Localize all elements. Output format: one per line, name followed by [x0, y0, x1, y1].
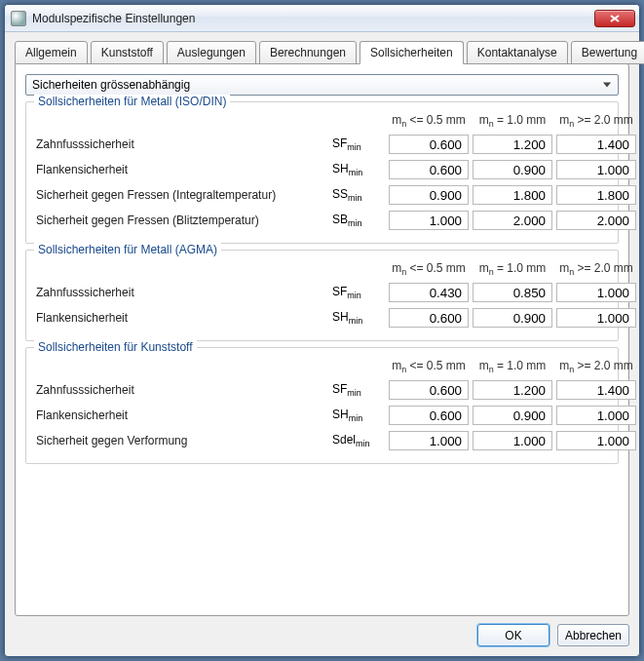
table-row: FlankensicherheitSHmin	[36, 403, 608, 428]
row-label: Flankensicherheit	[36, 163, 328, 176]
row-label: Sicherheit gegen Fressen (Integraltemper…	[36, 188, 328, 202]
value-input-c2[interactable]	[473, 160, 552, 179]
group-legend: Sollsicherheiten für Metall (AGMA)	[34, 243, 221, 256]
row-symbol: SHmin	[332, 162, 385, 177]
column-headers: mn <= 0.5 mmmn = 1.0 mmmn >= 2.0 mm	[36, 358, 608, 375]
cancel-button[interactable]: Abbrechen	[557, 624, 629, 646]
mode-dropdown[interactable]: Sicherheiten grössenabhängig	[25, 74, 619, 96]
groups-host: Sollsicherheiten für Metall (ISO/DIN)mn …	[25, 101, 619, 470]
value-input-c3[interactable]	[556, 211, 636, 230]
row-label: Zahnfusssicherheit	[36, 137, 328, 151]
tab-berechnungen[interactable]: Berechnungen	[259, 41, 357, 64]
col-header-1: mn <= 0.5 mm	[389, 261, 469, 277]
group-1: Sollsicherheiten für Metall (AGMA)mn <= …	[25, 250, 619, 341]
value-input-c3[interactable]	[556, 431, 636, 450]
app-icon	[11, 11, 26, 26]
table-row: Sicherheit gegen Fressen (Blitztemperatu…	[36, 208, 608, 233]
row-symbol: SHmin	[332, 408, 385, 423]
titlebar: Modulspezifische Einstellungen	[5, 5, 639, 32]
row-label: Sicherheit gegen Verformung	[36, 434, 328, 447]
value-input-c1[interactable]	[389, 431, 469, 450]
value-input-c3[interactable]	[556, 283, 636, 302]
value-input-c2[interactable]	[473, 211, 552, 230]
tab-kontaktanalyse[interactable]: Kontaktanalyse	[467, 41, 568, 64]
col-header-3: mn >= 2.0 mm	[556, 113, 636, 129]
col-header-3: mn >= 2.0 mm	[556, 359, 636, 374]
row-label: Zahnfusssicherheit	[36, 286, 328, 299]
value-input-c3[interactable]	[556, 308, 636, 328]
value-input-c3[interactable]	[556, 406, 636, 425]
close-icon	[610, 15, 620, 22]
close-button[interactable]	[594, 10, 635, 27]
value-input-c2[interactable]	[473, 185, 552, 205]
content-area: AllgemeinKunststoffAuslegungenBerechnung…	[5, 32, 639, 656]
row-symbol: SFmin	[332, 382, 385, 398]
col-header-1: mn <= 0.5 mm	[389, 359, 469, 374]
column-headers: mn <= 0.5 mmmn = 1.0 mmmn >= 2.0 mm	[36, 112, 608, 130]
window-title: Modulspezifische Einstellungen	[32, 12, 594, 25]
group-2: Sollsicherheiten für Kunststoffmn <= 0.5…	[25, 347, 619, 464]
table-row: ZahnfusssicherheitSFmin	[36, 132, 608, 157]
tab-panel: Sicherheiten grössenabhängig Sollsicherh…	[15, 63, 629, 616]
row-label: Zahnfusssicherheit	[36, 383, 328, 397]
value-input-c1[interactable]	[389, 135, 469, 154]
dialog-window: Modulspezifische Einstellungen Allgemein…	[4, 4, 640, 657]
row-symbol: SFmin	[332, 285, 385, 300]
row-label: Flankensicherheit	[36, 311, 328, 325]
tab-auslegungen[interactable]: Auslegungen	[167, 41, 256, 64]
col-header-1: mn <= 0.5 mm	[389, 113, 469, 129]
row-symbol: SFmin	[332, 136, 385, 152]
value-input-c2[interactable]	[473, 380, 552, 400]
table-row: FlankensicherheitSHmin	[36, 305, 608, 330]
cancel-label: Abbrechen	[565, 629, 622, 642]
table-row: ZahnfusssicherheitSFmin	[36, 377, 608, 403]
tab-kunststoff[interactable]: Kunststoff	[91, 41, 164, 64]
value-input-c2[interactable]	[473, 406, 552, 425]
column-headers: mn <= 0.5 mmmn = 1.0 mmmn >= 2.0 mm	[36, 260, 608, 278]
tab-sollsicherheiten[interactable]: Sollsicherheiten	[360, 41, 464, 64]
value-input-c2[interactable]	[473, 308, 552, 328]
ok-button[interactable]: OK	[477, 624, 549, 646]
value-input-c3[interactable]	[556, 135, 636, 154]
row-symbol: SBmin	[332, 213, 385, 228]
dialog-buttons: OK Abbrechen	[15, 616, 629, 646]
row-symbol: SSmin	[332, 187, 385, 203]
value-input-c3[interactable]	[556, 185, 636, 205]
table-row: Sicherheit gegen VerformungSdelmin	[36, 428, 608, 453]
value-input-c3[interactable]	[556, 160, 636, 179]
value-input-c2[interactable]	[473, 431, 552, 450]
value-input-c2[interactable]	[473, 135, 552, 154]
table-row: ZahnfusssicherheitSFmin	[36, 280, 608, 305]
tab-strip: AllgemeinKunststoffAuslegungenBerechnung…	[15, 40, 629, 63]
row-symbol: Sdelmin	[332, 433, 385, 448]
group-legend: Sollsicherheiten für Kunststoff	[34, 340, 197, 354]
group-0: Sollsicherheiten für Metall (ISO/DIN)mn …	[25, 101, 619, 244]
value-input-c1[interactable]	[389, 406, 469, 425]
value-input-c1[interactable]	[389, 308, 469, 328]
group-legend: Sollsicherheiten für Metall (ISO/DIN)	[34, 95, 230, 108]
value-input-c2[interactable]	[473, 283, 552, 302]
col-header-2: mn = 1.0 mm	[473, 359, 552, 374]
value-input-c1[interactable]	[389, 185, 469, 205]
value-input-c1[interactable]	[389, 283, 469, 302]
ok-label: OK	[505, 629, 521, 642]
col-header-3: mn >= 2.0 mm	[556, 261, 636, 277]
table-row: FlankensicherheitSHmin	[36, 157, 608, 182]
value-input-c1[interactable]	[389, 211, 469, 230]
dropdown-selected: Sicherheiten grössenabhängig	[32, 78, 190, 92]
row-label: Sicherheit gegen Fressen (Blitztemperatu…	[36, 214, 328, 227]
value-input-c1[interactable]	[389, 380, 469, 400]
table-row: Sicherheit gegen Fressen (Integraltemper…	[36, 182, 608, 208]
value-input-c1[interactable]	[389, 160, 469, 179]
col-header-2: mn = 1.0 mm	[473, 113, 552, 129]
col-header-2: mn = 1.0 mm	[473, 261, 552, 277]
row-symbol: SHmin	[332, 310, 385, 326]
tab-allgemein[interactable]: Allgemein	[15, 41, 88, 64]
row-label: Flankensicherheit	[36, 408, 328, 422]
tab-bewertung[interactable]: Bewertung	[571, 41, 644, 64]
value-input-c3[interactable]	[556, 380, 636, 400]
